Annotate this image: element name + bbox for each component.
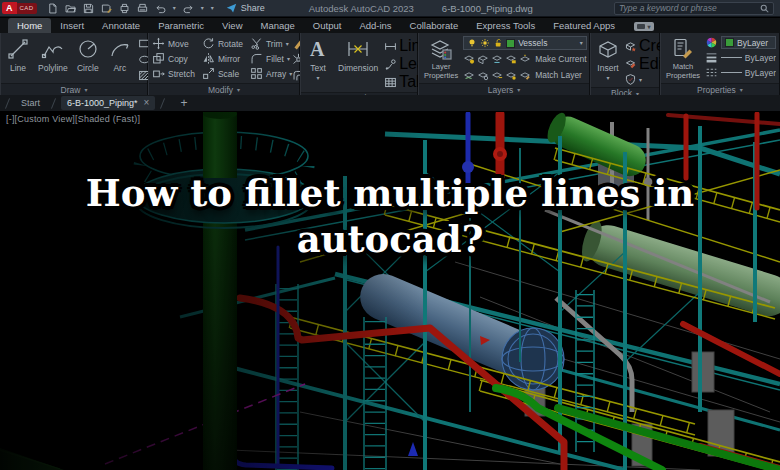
object-color-swatch bbox=[725, 38, 734, 47]
block-panel: Insert ▾ Create Edit ▾ Block▾ bbox=[590, 33, 660, 95]
layer-dropdown[interactable]: Vessels ▾ bbox=[463, 36, 587, 50]
array-icon bbox=[250, 67, 263, 80]
share-button[interactable]: Share bbox=[226, 3, 265, 14]
viewport-controls[interactable]: [-][Custom View][Shaded (Fast)] bbox=[6, 114, 140, 124]
fillet-tool[interactable]: Fillet▾ bbox=[250, 51, 292, 66]
block-attributes-icon bbox=[624, 73, 637, 86]
properties-panel: Match Properties ByLayer ByLayer bbox=[660, 33, 780, 95]
trim-tool[interactable]: Trim▾ bbox=[250, 36, 292, 51]
tab-home[interactable]: Home bbox=[8, 18, 51, 33]
create-block-icon bbox=[624, 40, 637, 53]
layers-panel-title[interactable]: Layers▾ bbox=[419, 83, 589, 95]
headline-line-2: autocad? bbox=[0, 216, 780, 262]
autocad-logo[interactable]: A CAD bbox=[2, 0, 37, 17]
stretch-icon bbox=[152, 67, 165, 80]
mirror-tool[interactable]: Mirror bbox=[202, 51, 243, 66]
table-icon bbox=[384, 76, 397, 89]
headline-text: How to fillet multiple lines in autocad? bbox=[0, 170, 780, 263]
scale-tool[interactable]: Scale bbox=[202, 66, 243, 81]
start-tab[interactable]: Start bbox=[15, 96, 46, 110]
tab-add-ins[interactable]: Add-ins bbox=[350, 18, 400, 33]
new-file-icon[interactable] bbox=[47, 3, 58, 14]
share-label: Share bbox=[241, 3, 265, 13]
layer-freeze-icon[interactable] bbox=[491, 53, 503, 65]
workspace-switcher-button[interactable]: ▾ bbox=[634, 22, 654, 31]
match-properties-button[interactable]: Match Properties bbox=[664, 36, 702, 83]
titlebar: A CAD ▾ ▾ ▾ Share Autodesk AutoCAD 2023 … bbox=[0, 0, 780, 17]
undo-icon[interactable] bbox=[155, 3, 166, 14]
insert-block-button[interactable]: Insert ▾ bbox=[594, 36, 622, 87]
leader-icon bbox=[384, 58, 397, 71]
dimension-tool[interactable]: Dimension bbox=[336, 36, 380, 92]
save-as-icon[interactable] bbox=[101, 3, 112, 14]
properties-panel-title[interactable]: Properties▾ bbox=[661, 83, 779, 95]
move-icon bbox=[152, 37, 165, 50]
arc-icon bbox=[108, 37, 132, 61]
layer-walk-icon[interactable] bbox=[477, 69, 489, 81]
match-layer-label[interactable]: Match Layer bbox=[535, 70, 582, 80]
print-icon[interactable] bbox=[137, 3, 148, 14]
drawing-canvas[interactable] bbox=[0, 112, 780, 470]
tab-featured-apps[interactable]: Featured Apps bbox=[544, 18, 624, 33]
search-icon[interactable] bbox=[760, 4, 769, 13]
tab-parametric[interactable]: Parametric bbox=[149, 18, 213, 33]
drawing-tab-label: 6-B-1000_Piping* bbox=[67, 98, 138, 108]
lineweight-value: ByLayer bbox=[745, 53, 776, 63]
logo-cad: CAD bbox=[17, 3, 37, 14]
open-folder-icon[interactable] bbox=[65, 3, 76, 14]
ribbon: Line Polyline Circle Arc bbox=[0, 33, 780, 95]
tab-output[interactable]: Output bbox=[304, 18, 351, 33]
polyline-icon bbox=[41, 37, 65, 61]
plot-icon[interactable] bbox=[119, 3, 130, 14]
save-icon[interactable] bbox=[83, 3, 94, 14]
close-tab-icon[interactable]: × bbox=[144, 98, 150, 108]
circle-tool[interactable]: Circle bbox=[74, 36, 102, 83]
match-layer-icon[interactable] bbox=[519, 69, 531, 81]
rotate-tool[interactable]: Rotate bbox=[202, 36, 243, 51]
layer-off-other-icon[interactable] bbox=[505, 69, 517, 81]
array-tool[interactable]: Array▾ bbox=[250, 66, 292, 81]
linetype-dropdown[interactable]: ByLayer bbox=[721, 66, 776, 79]
arc-tool[interactable]: Arc bbox=[106, 36, 134, 83]
tab-manage[interactable]: Manage bbox=[252, 18, 304, 33]
layer-lock-icon[interactable] bbox=[505, 53, 517, 65]
tab-annotate[interactable]: Annotate bbox=[93, 18, 149, 33]
line-tool[interactable]: Line bbox=[4, 36, 32, 83]
lineweight-dropdown[interactable]: ByLayer bbox=[721, 51, 776, 64]
layer-isolate-icon[interactable] bbox=[477, 53, 489, 65]
move-tool[interactable]: Move bbox=[152, 36, 195, 51]
customize-qat-caret-icon[interactable]: ▾ bbox=[211, 5, 214, 11]
redo-icon[interactable] bbox=[183, 3, 194, 14]
autocad-window: A CAD ▾ ▾ ▾ Share Autodesk AutoCAD 2023 … bbox=[0, 0, 780, 470]
new-drawing-tab-button[interactable]: + bbox=[180, 96, 187, 110]
fillet-icon bbox=[250, 52, 263, 65]
object-color-dropdown[interactable]: ByLayer bbox=[721, 36, 776, 49]
drawing-tab[interactable]: 6-B-1000_Piping* × bbox=[61, 96, 155, 110]
linear-icon bbox=[384, 40, 397, 53]
tab-collaborate[interactable]: Collaborate bbox=[401, 18, 468, 33]
layer-off-icon[interactable] bbox=[463, 53, 475, 65]
layer-properties-button[interactable]: Layer Properties bbox=[422, 36, 460, 83]
tab-view[interactable]: View bbox=[213, 18, 251, 33]
layer-freeze-other-icon[interactable] bbox=[491, 69, 503, 81]
redo-caret-icon[interactable]: ▾ bbox=[201, 5, 204, 11]
tab-express-tools[interactable]: Express Tools bbox=[467, 18, 544, 33]
polyline-tool[interactable]: Polyline bbox=[36, 36, 70, 83]
text-tool[interactable]: A Text ▾ bbox=[304, 36, 332, 92]
undo-caret-icon[interactable]: ▾ bbox=[173, 5, 176, 11]
stretch-tool[interactable]: Stretch bbox=[152, 66, 195, 81]
layer-properties-icon bbox=[429, 37, 453, 61]
make-current-icon[interactable] bbox=[519, 53, 531, 65]
color-wheel-icon bbox=[705, 36, 718, 49]
document-title: 6-B-1000_Piping.dwg bbox=[442, 3, 533, 14]
make-current-label[interactable]: Make Current bbox=[535, 54, 587, 64]
layer-undo-icon[interactable] bbox=[463, 69, 475, 81]
copy-tool[interactable]: Copy bbox=[152, 51, 195, 66]
tab-insert[interactable]: Insert bbox=[51, 18, 93, 33]
modify-panel-title[interactable]: Modify▾ bbox=[149, 83, 299, 95]
modify-panel: Move Rotate Trim▾ Copy Mirror Fillet▾ St… bbox=[148, 33, 300, 95]
search-input[interactable] bbox=[619, 3, 760, 13]
draw-panel-title[interactable]: Draw▾ bbox=[1, 83, 147, 95]
paper-plane-icon bbox=[226, 3, 237, 14]
headline-line-1: How to fillet multiple lines in bbox=[0, 170, 780, 216]
